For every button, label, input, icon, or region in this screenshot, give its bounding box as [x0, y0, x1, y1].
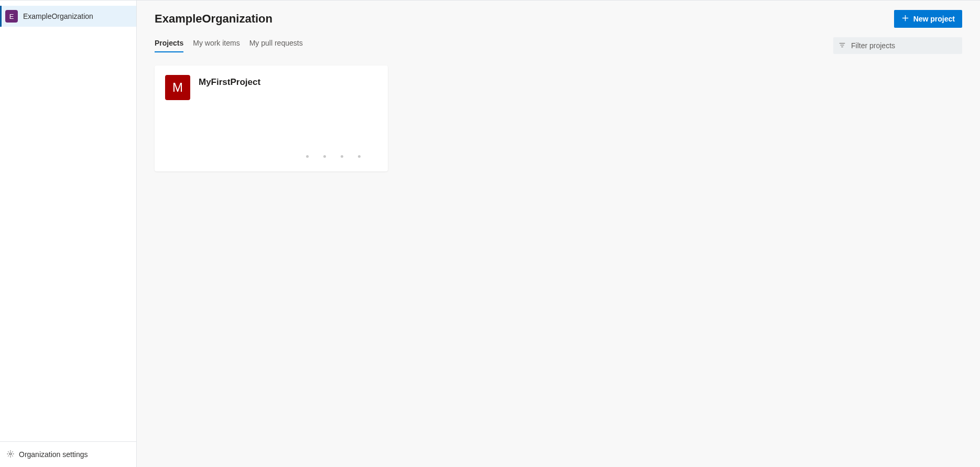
filter-projects-input[interactable]	[851, 41, 957, 50]
header-row: ExampleOrganization New project	[155, 10, 962, 28]
sidebar-top: E ExampleOrganization	[0, 1, 136, 441]
project-card[interactable]: M MyFirstProject	[155, 66, 388, 171]
tab-my-work-items[interactable]: My work items	[193, 39, 239, 52]
new-project-label: New project	[913, 15, 955, 23]
projects-grid: M MyFirstProject	[155, 66, 962, 171]
plus-icon	[901, 14, 909, 24]
organization-settings-link[interactable]: Organization settings	[0, 445, 136, 464]
card-top: M MyFirstProject	[165, 75, 377, 100]
page-title: ExampleOrganization	[155, 12, 273, 26]
gear-icon	[6, 450, 15, 460]
main-content: ExampleOrganization New project Projects…	[137, 0, 980, 467]
tabs: Projects My work items My pull requests	[155, 39, 303, 52]
activity-dot	[358, 155, 361, 158]
card-activity-dots	[306, 155, 361, 158]
new-project-button[interactable]: New project	[894, 10, 962, 28]
project-name: MyFirstProject	[199, 77, 260, 88]
sidebar-bottom: Organization settings	[0, 441, 136, 467]
activity-dot	[323, 155, 326, 158]
org-name-label: ExampleOrganization	[23, 12, 93, 20]
settings-label: Organization settings	[19, 450, 88, 459]
svg-point-0	[9, 453, 12, 455]
filter-projects-box[interactable]	[833, 37, 962, 54]
sidebar-item-organization[interactable]: E ExampleOrganization	[0, 6, 136, 27]
tab-projects[interactable]: Projects	[155, 39, 183, 52]
activity-dot	[306, 155, 309, 158]
org-badge: E	[5, 10, 18, 23]
activity-dot	[341, 155, 343, 158]
sidebar: E ExampleOrganization Organization setti…	[0, 0, 137, 467]
tab-my-pull-requests[interactable]: My pull requests	[249, 39, 303, 52]
project-badge: M	[165, 75, 190, 100]
tabs-row: Projects My work items My pull requests	[155, 37, 962, 54]
filter-icon	[839, 41, 846, 50]
